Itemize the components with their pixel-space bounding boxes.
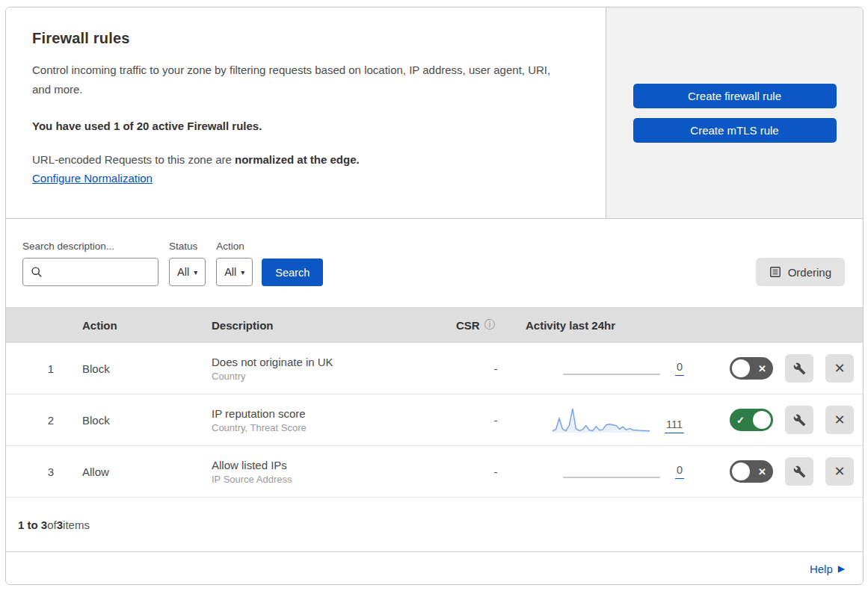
configure-normalization-link[interactable]: Configure Normalization: [32, 172, 153, 185]
pagination-items: items: [63, 519, 90, 531]
search-icon: [31, 266, 43, 278]
page-description: Control incoming traffic to your zone by…: [32, 61, 563, 100]
firewall-rules-panel: Firewall rules Control incoming traffic …: [5, 7, 864, 585]
rule-action: Block: [73, 362, 204, 375]
status-label: Status: [169, 241, 206, 252]
create-firewall-rule-button[interactable]: Create firewall rule: [633, 84, 837, 108]
search-group: Search description...: [22, 241, 158, 286]
help-link[interactable]: Help ▶: [810, 563, 845, 575]
close-icon: ✕: [834, 463, 845, 480]
table-header: Action Description CSR ⓘ Activity last 2…: [6, 307, 863, 343]
actions-panel: Create firewall rule Create mTLS rule: [606, 7, 863, 218]
toggle-state-icon: ✕: [758, 363, 766, 374]
pagination-range: 1 to 3: [18, 519, 47, 531]
wrench-icon: [793, 414, 806, 427]
normalization-note: URL-encoded Requests to this zone are no…: [32, 153, 576, 166]
table-row: 3 Allow Allow listed IPs IP Source Addre…: [6, 446, 863, 498]
wrench-icon: [793, 465, 806, 478]
action-group: Action All ▾: [216, 241, 253, 286]
chevron-down-icon: ▾: [194, 268, 197, 276]
rule-description: Allow listed IPs: [212, 459, 443, 471]
search-input[interactable]: [22, 258, 158, 286]
rule-description: IP reputation score: [212, 407, 443, 420]
status-value: All: [177, 266, 189, 278]
rule-activity-cell: 0: [526, 464, 698, 479]
rule-controls: ✓ ✕: [698, 406, 863, 434]
rule-priority: 1: [6, 362, 73, 375]
rule-enabled-toggle[interactable]: ✓: [730, 409, 773, 431]
rule-fields: Country, Threat Score: [212, 422, 443, 433]
ordering-list-icon: [769, 266, 781, 278]
arrow-right-icon: ▶: [838, 563, 845, 574]
help-label: Help: [810, 563, 833, 575]
table-row: 2 Block IP reputation score Country, Thr…: [6, 394, 863, 446]
delete-rule-button[interactable]: ✕: [825, 354, 854, 383]
toggle-knob: [732, 462, 750, 480]
activity-flatline: [563, 477, 660, 478]
rule-enabled-toggle[interactable]: ✕: [730, 460, 773, 483]
help-footer: Help ▶: [6, 551, 863, 585]
activity-flatline: [563, 374, 660, 375]
activity-sparkline: [552, 406, 650, 433]
create-mtls-rule-button[interactable]: Create mTLS rule: [633, 118, 837, 143]
info-icon[interactable]: ⓘ: [484, 318, 495, 332]
rule-csr: -: [443, 362, 526, 375]
rule-priority: 2: [6, 414, 73, 427]
chevron-down-icon: ▾: [241, 268, 244, 276]
rule-description-cell: Allow listed IPs IP Source Address: [204, 459, 443, 485]
status-group: Status All ▾: [169, 241, 206, 286]
close-icon: ✕: [834, 412, 845, 428]
action-select[interactable]: All ▾: [216, 258, 253, 286]
table-row: 1 Block Does not originate in UK Country…: [6, 343, 863, 394]
rule-priority: 3: [6, 465, 73, 478]
header-section: Firewall rules Control incoming traffic …: [6, 7, 863, 219]
action-value: All: [224, 266, 236, 278]
toggle-knob: [732, 359, 750, 377]
rule-fields: IP Source Address: [212, 474, 443, 485]
rule-action: Allow: [73, 465, 204, 478]
edit-rule-button[interactable]: [785, 457, 813, 486]
rule-action: Block: [73, 414, 204, 427]
activity-count-link[interactable]: 0: [675, 464, 684, 479]
delete-rule-button[interactable]: ✕: [825, 406, 854, 434]
toggle-state-icon: ✓: [736, 415, 745, 426]
pagination-total: 3: [57, 519, 63, 531]
ordering-button[interactable]: Ordering: [756, 258, 845, 286]
rule-controls: ✕ ✕: [698, 354, 863, 383]
pagination-status: 1 to 3 of 3 items: [6, 498, 863, 551]
close-icon: ✕: [834, 360, 845, 377]
rule-enabled-toggle[interactable]: ✕: [730, 357, 773, 380]
rule-activity-cell: 0: [526, 361, 698, 376]
search-button[interactable]: Search: [262, 259, 323, 286]
status-select[interactable]: All ▾: [169, 258, 206, 286]
csr-column-header: CSR ⓘ: [443, 318, 526, 332]
header-text-block: Firewall rules Control incoming traffic …: [6, 7, 606, 218]
wrench-icon: [793, 362, 806, 375]
toggle-knob: [753, 411, 771, 429]
activity-count-link[interactable]: 0: [675, 361, 684, 376]
edit-rule-button[interactable]: [785, 354, 813, 383]
page-title: Firewall rules: [32, 30, 576, 47]
csr-label: CSR: [456, 319, 480, 332]
description-column-header: Description: [204, 319, 443, 332]
rule-fields: Country: [212, 371, 443, 382]
filter-bar: Search description... Status All ▾ Actio…: [6, 219, 863, 307]
rule-csr: -: [443, 465, 526, 478]
rule-controls: ✕ ✕: [698, 457, 863, 486]
rule-activity-cell: 111: [526, 406, 698, 433]
action-column-header: Action: [73, 319, 204, 332]
rule-description-cell: Does not originate in UK Country: [204, 356, 443, 382]
delete-rule-button[interactable]: ✕: [825, 457, 854, 486]
search-box: [22, 258, 158, 286]
normalization-bold: normalized at the edge.: [235, 153, 360, 166]
edit-rule-button[interactable]: [785, 406, 813, 434]
usage-summary: You have used 1 of 20 active Firewall ru…: [32, 120, 576, 132]
activity-column-header: Activity last 24hr: [526, 319, 698, 332]
pagination-of: of: [47, 519, 57, 531]
rule-description-cell: IP reputation score Country, Threat Scor…: [204, 407, 443, 433]
ordering-label: Ordering: [788, 266, 831, 279]
toggle-state-icon: ✕: [758, 466, 766, 477]
search-label: Search description...: [22, 241, 158, 252]
activity-count-link[interactable]: 111: [665, 418, 684, 433]
action-label: Action: [216, 241, 253, 252]
